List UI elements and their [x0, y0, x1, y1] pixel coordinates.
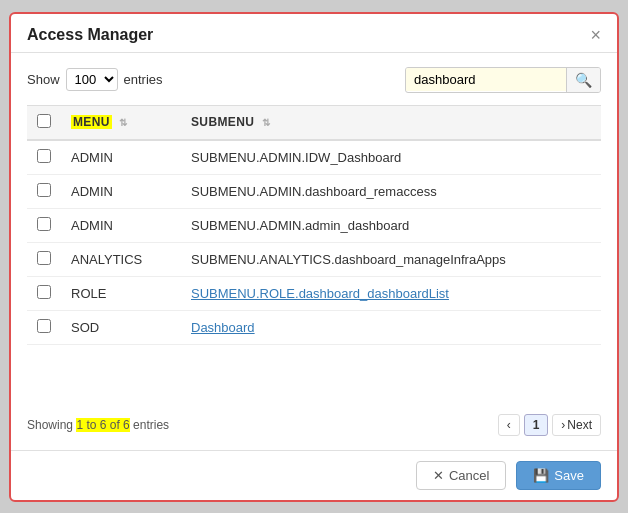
next-chevron-icon: › [561, 418, 565, 432]
row-menu: ADMIN [61, 140, 181, 175]
footer-row: Showing 1 to 6 of 6 entries ‹ 1 › Next [27, 406, 601, 436]
row-checkbox[interactable] [37, 319, 51, 333]
row-submenu: SUBMENU.ADMIN.IDW_Dashboard [181, 140, 601, 175]
table-row: ROLESUBMENU.ROLE.dashboard_dashboardList [27, 276, 601, 310]
cancel-button[interactable]: ✕ Cancel [416, 461, 506, 490]
controls-row: Show 100 entries 🔍 [27, 67, 601, 93]
cancel-label: Cancel [449, 468, 489, 483]
row-submenu[interactable]: SUBMENU.ROLE.dashboard_dashboardList [181, 276, 601, 310]
search-input[interactable] [406, 68, 566, 91]
table-row: ANALYTICSSUBMENU.ANALYTICS.dashboard_man… [27, 242, 601, 276]
close-button[interactable]: × [590, 26, 601, 44]
entries-label: entries [124, 72, 163, 87]
row-submenu: SUBMENU.ADMIN.admin_dashboard [181, 208, 601, 242]
row-checkbox-cell [27, 310, 61, 344]
row-submenu: SUBMENU.ADMIN.dashboard_remaccess [181, 174, 601, 208]
row-menu: ROLE [61, 276, 181, 310]
row-menu: ANALYTICS [61, 242, 181, 276]
row-submenu[interactable]: Dashboard [181, 310, 601, 344]
table-row: ADMINSUBMENU.ADMIN.IDW_Dashboard [27, 140, 601, 175]
dialog-header: Access Manager × [11, 14, 617, 53]
submenu-sort-icon: ⇅ [262, 117, 270, 128]
entries-select[interactable]: 100 [66, 68, 118, 91]
table-row: ADMINSUBMENU.ADMIN.dashboard_remaccess [27, 174, 601, 208]
table-body: ADMINSUBMENU.ADMIN.IDW_DashboardADMINSUB… [27, 140, 601, 345]
dialog-title: Access Manager [27, 26, 153, 44]
prev-page-button[interactable]: ‹ [498, 414, 520, 436]
th-submenu[interactable]: SUBMENU ⇅ [181, 105, 601, 140]
pagination: ‹ 1 › Next [498, 414, 601, 436]
row-checkbox-cell [27, 208, 61, 242]
row-checkbox[interactable] [37, 217, 51, 231]
save-button[interactable]: 💾 Save [516, 461, 601, 490]
showing-text: Showing 1 to 6 of 6 entries [27, 418, 169, 432]
next-label: Next [567, 418, 592, 432]
row-menu: ADMIN [61, 208, 181, 242]
search-button[interactable]: 🔍 [566, 68, 600, 92]
th-submenu-label: SUBMENU [191, 115, 254, 129]
table-wrap: MENU ⇅ SUBMENU ⇅ ADMINSUBMENU.ADMIN.IDW_… [27, 105, 601, 394]
access-table: MENU ⇅ SUBMENU ⇅ ADMINSUBMENU.ADMIN.IDW_… [27, 105, 601, 345]
select-all-checkbox[interactable] [37, 114, 51, 128]
save-icon: 💾 [533, 468, 549, 483]
row-menu: SOD [61, 310, 181, 344]
row-checkbox-cell [27, 276, 61, 310]
page-1-button[interactable]: 1 [524, 414, 549, 436]
row-menu: ADMIN [61, 174, 181, 208]
row-checkbox[interactable] [37, 251, 51, 265]
table-row: SODDashboard [27, 310, 601, 344]
row-submenu: SUBMENU.ANALYTICS.dashboard_manageInfraA… [181, 242, 601, 276]
dialog-footer: ✕ Cancel 💾 Save [11, 450, 617, 500]
th-menu[interactable]: MENU ⇅ [61, 105, 181, 140]
row-checkbox[interactable] [37, 149, 51, 163]
row-checkbox-cell [27, 242, 61, 276]
table-header-row: MENU ⇅ SUBMENU ⇅ [27, 105, 601, 140]
showing-suffix: entries [133, 418, 169, 432]
save-label: Save [554, 468, 584, 483]
showing-range: 1 to 6 of 6 [76, 418, 133, 432]
table-row: ADMINSUBMENU.ADMIN.admin_dashboard [27, 208, 601, 242]
showing-prefix: Showing [27, 418, 76, 432]
row-checkbox-cell [27, 140, 61, 175]
dialog-body: Show 100 entries 🔍 [11, 53, 617, 450]
access-manager-dialog: Access Manager × Show 100 entries 🔍 [9, 12, 619, 502]
showing-range-highlight: 1 to 6 of 6 [76, 418, 129, 432]
menu-sort-icon: ⇅ [119, 117, 127, 128]
search-box: 🔍 [405, 67, 601, 93]
show-entries-group: Show 100 entries [27, 68, 163, 91]
row-checkbox[interactable] [37, 285, 51, 299]
cancel-icon: ✕ [433, 468, 444, 483]
show-label: Show [27, 72, 60, 87]
row-checkbox[interactable] [37, 183, 51, 197]
next-page-button[interactable]: › Next [552, 414, 601, 436]
th-checkbox [27, 105, 61, 140]
th-menu-label: MENU [71, 115, 112, 129]
row-checkbox-cell [27, 174, 61, 208]
